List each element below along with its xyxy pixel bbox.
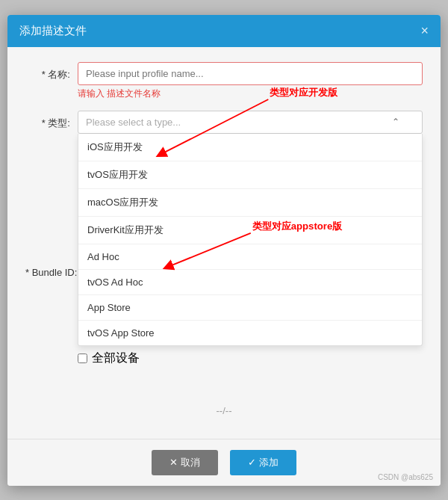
device-row: 全部设备 <box>25 351 423 372</box>
type-label: * 类型: <box>25 111 78 130</box>
name-row: * 名称: 请输入 描述文件名称 <box>25 62 423 100</box>
close-button[interactable]: × <box>420 24 429 37</box>
dropdown-item-7[interactable]: tvOS App Store <box>78 321 422 345</box>
dropdown-item-4[interactable]: Ad Hoc <box>78 244 422 270</box>
device-checkbox-row: 全部设备 <box>78 351 423 366</box>
dialog-body: * 名称: 请输入 描述文件名称 * 类型: Please select a t… <box>7 47 441 439</box>
type-placeholder: Please select a type... <box>86 117 181 128</box>
dropdown-item-2[interactable]: macOS应用开发 <box>78 189 422 217</box>
bundle-label: * Bundle ID: <box>25 261 84 278</box>
device-field-wrap: 全部设备 <box>78 351 423 372</box>
dropdown-item-1[interactable]: tvOS应用开发 <box>78 161 422 189</box>
type-field-wrap: Please select a type... ⌃ iOS应用开发 tvOS应用… <box>78 111 423 134</box>
confirm-button[interactable]: ✓ 添加 <box>230 450 296 475</box>
dropdown-item-0[interactable]: iOS应用开发 <box>78 134 422 161</box>
dropdown-item-5[interactable]: tvOS Ad Hoc <box>78 270 422 295</box>
name-input[interactable] <box>78 62 423 85</box>
name-field-wrap: 请输入 描述文件名称 <box>78 62 423 100</box>
name-label: * 名称: <box>25 62 78 81</box>
dialog-footer: ✕ 取消 ✓ 添加 <box>7 439 441 486</box>
chevron-up-icon: ⌃ <box>392 117 399 127</box>
name-error-hint: 请输入 描述文件名称 <box>78 87 423 100</box>
device-checkbox[interactable] <box>78 354 87 363</box>
device-label: 全部设备 <box>92 351 140 366</box>
center-dash: --/-- <box>25 383 423 431</box>
type-row: * 类型: Please select a type... ⌃ iOS应用开发 … <box>25 111 423 134</box>
cancel-button[interactable]: ✕ 取消 <box>152 450 218 475</box>
dialog: 添加描述文件 × * 名称: 请输入 描述文件名称 * 类型: Please s… <box>7 15 441 486</box>
dropdown-item-6[interactable]: App Store <box>78 295 422 321</box>
type-dropdown-menu: iOS应用开发 tvOS应用开发 macOS应用开发 DriverKit应用开发… <box>78 134 423 346</box>
dialog-header: 添加描述文件 × <box>7 15 441 47</box>
dialog-title: 添加描述文件 <box>19 24 87 38</box>
type-select[interactable]: Please select a type... ⌃ <box>78 111 423 134</box>
watermark: CSDN @abs625 <box>378 473 433 481</box>
dropdown-item-3[interactable]: DriverKit应用开发 <box>78 217 422 244</box>
